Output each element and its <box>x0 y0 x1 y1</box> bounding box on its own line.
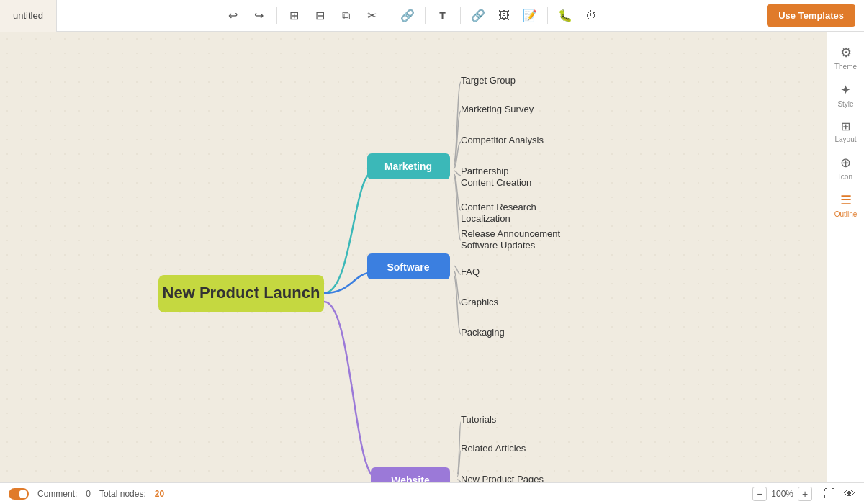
leaf-software-updates: Software Updates <box>461 240 536 251</box>
total-nodes-label: Total nodes: <box>99 489 146 499</box>
outline-icon: ☰ <box>840 192 852 208</box>
leaf-faq: FAQ <box>461 266 480 277</box>
style-panel-button[interactable]: ✦ Style <box>830 78 862 112</box>
text-button[interactable]: T <box>431 4 454 27</box>
zoom-in-button[interactable]: + <box>798 487 812 501</box>
theme-icon: ⚙ <box>840 45 852 60</box>
leaf-content-creation: Content Creation <box>461 177 531 188</box>
layout-icon: ⊞ <box>841 120 850 133</box>
undo-button[interactable]: ↩ <box>222 4 245 27</box>
divider2 <box>390 7 390 24</box>
leaf-target-group: Target Group <box>461 75 516 86</box>
fit-view-button[interactable]: ⛶ <box>822 487 837 501</box>
comment-label: Comment: <box>37 489 77 499</box>
total-nodes-count: 20 <box>155 489 164 499</box>
outline-panel-button[interactable]: ☰ Outline <box>830 188 862 222</box>
leaf-competitor-analysis: Competitor Analysis <box>461 135 544 145</box>
leaf-localization: Localization <box>461 213 510 224</box>
layout-label: Layout <box>834 135 856 143</box>
bottom-right-icons: ⛶ 👁 <box>822 487 857 501</box>
comment-toggle[interactable] <box>9 488 29 500</box>
divider5 <box>547 7 548 24</box>
website-node-label: Website <box>391 474 430 482</box>
image-button[interactable]: 🖼 <box>492 4 516 27</box>
icon-panel-button[interactable]: ⊕ Icon <box>830 150 862 185</box>
canvas[interactable]: New Product Launch Marketing Target Grou… <box>0 32 827 482</box>
zoom-level: 100% <box>771 489 793 499</box>
icon-label: Icon <box>839 173 852 181</box>
theme-panel-button[interactable]: ⚙ Theme <box>830 40 862 75</box>
outline-label: Outline <box>834 210 858 218</box>
bug-button[interactable]: 🐛 <box>554 4 577 27</box>
divider1 <box>276 7 277 24</box>
comment-count: 0 <box>86 489 91 499</box>
copy-style-button[interactable]: ⊞ <box>283 4 306 27</box>
bottombar: Comment: 0 Total nodes: 20 − 100% + ⛶ 👁 <box>0 482 864 504</box>
layout-panel-button[interactable]: ⊞ Layout <box>830 115 862 148</box>
paste-style-button[interactable]: ⊟ <box>309 4 332 27</box>
leaf-new-product-pages: New Product Pages <box>461 474 544 482</box>
zoom-controls: − 100% + <box>752 487 812 501</box>
leaf-related-articles: Related Articles <box>461 443 526 454</box>
hyperlink-button[interactable]: 🔗 <box>467 4 490 27</box>
right-panel: ⚙ Theme ✦ Style ⊞ Layout ⊕ Icon ☰ Outlin… <box>827 32 864 482</box>
eye-button[interactable]: 👁 <box>842 487 857 501</box>
clone-button[interactable]: ⧉ <box>335 4 358 27</box>
software-node-label: Software <box>387 261 429 273</box>
mindmap-svg: New Product Launch Marketing Target Grou… <box>0 32 827 482</box>
leaf-partnership: Partnership <box>461 166 508 176</box>
use-templates-button[interactable]: Use Templates <box>767 4 855 27</box>
zoom-out-button[interactable]: − <box>752 487 767 501</box>
theme-label: Theme <box>834 63 857 71</box>
link-button[interactable]: 🔗 <box>396 4 419 27</box>
root-node-label: New Product Launch <box>163 284 320 302</box>
style-label: Style <box>837 100 853 108</box>
cut-button[interactable]: ✂ <box>361 4 384 27</box>
leaf-tutorials: Tutorials <box>461 414 497 425</box>
divider3 <box>425 7 426 24</box>
topbar: untitled ↩ ↪ ⊞ ⊟ ⧉ ✂ 🔗 T 🔗 🖼 📝 🐛 ⏱ Use T… <box>0 0 864 32</box>
toolbar: ↩ ↪ ⊞ ⊟ ⧉ ✂ 🔗 T 🔗 🖼 📝 🐛 ⏱ <box>57 4 767 27</box>
style-icon: ✦ <box>840 82 851 98</box>
icon-icon: ⊕ <box>840 155 851 171</box>
timer-button[interactable]: ⏱ <box>580 4 603 27</box>
leaf-marketing-survey: Marketing Survey <box>461 104 534 114</box>
tab-untitled[interactable]: untitled <box>0 0 57 32</box>
leaf-packaging: Packaging <box>461 327 505 338</box>
leaf-release-announcement: Release Announcement <box>461 228 560 239</box>
leaf-content-research: Content Research <box>461 202 536 212</box>
marketing-node-label: Marketing <box>384 161 432 172</box>
leaf-graphics: Graphics <box>461 297 499 307</box>
redo-button[interactable]: ↪ <box>248 4 271 27</box>
note-button[interactable]: 📝 <box>518 4 541 27</box>
divider4 <box>460 7 461 24</box>
